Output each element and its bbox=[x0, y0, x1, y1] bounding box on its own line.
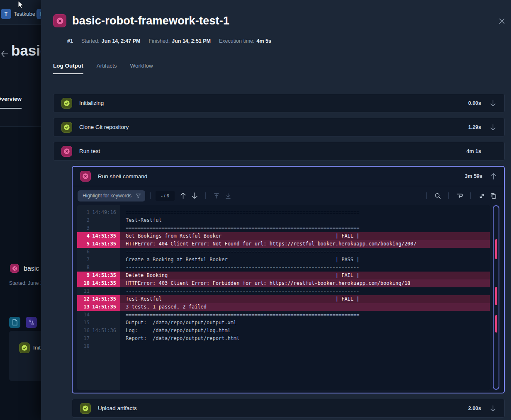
step-label: Upload artifacts bbox=[98, 405, 468, 411]
mouse-cursor-icon bbox=[17, 0, 24, 10]
tab-log-output[interactable]: Log Output bbox=[53, 63, 83, 74]
log-line-1: 114:49:16===============================… bbox=[77, 209, 490, 216]
step-duration: 1.29s bbox=[468, 124, 481, 130]
background-execution-started: Started: June 1 bbox=[9, 280, 41, 286]
background-step-label: Init bbox=[33, 345, 41, 351]
step-initializing[interactable]: Initializing 0.00s bbox=[53, 94, 505, 112]
chevron-down-icon[interactable] bbox=[489, 405, 497, 412]
execution-drawer: basic-robot-framework-test-1 #1 Started:… bbox=[41, 0, 511, 420]
search-icon[interactable] bbox=[432, 190, 443, 202]
step-duration: 0.00s bbox=[468, 100, 481, 106]
step-run-shell-command-card: Run shell command 3m 59s Highlight for k… bbox=[72, 166, 505, 393]
brand-name[interactable]: Testkube bbox=[14, 11, 35, 17]
status-passed-icon bbox=[61, 122, 72, 133]
log-line-8: 8---------------------------------------… bbox=[77, 264, 490, 272]
step-upload-artifacts[interactable]: Upload artifacts 2.00s bbox=[72, 399, 505, 418]
log-line-15: 15Output: /data/repo/output/output.xml bbox=[77, 319, 490, 327]
step-label: Clone Git repository bbox=[79, 124, 468, 130]
log-line-7: 7Create a Booking at Restful Booker | PA… bbox=[77, 256, 490, 264]
chevron-down-icon[interactable] bbox=[489, 124, 497, 131]
execution-meta: #1 Started: Jun 14, 2:47 PM Finished: Ju… bbox=[67, 38, 271, 44]
minimap-error-marker-1[interactable] bbox=[495, 239, 497, 259]
started-label: Started: bbox=[81, 38, 100, 44]
git-commit-icon[interactable] bbox=[26, 317, 37, 328]
log-line-12: 1214:51:35Test-Restful | FAIL | bbox=[77, 295, 490, 303]
log-line-11: 11--------------------------------------… bbox=[77, 287, 490, 295]
background-page: T Testkube F basic Overview Ex basic Sta… bbox=[0, 0, 41, 420]
file-icon[interactable] bbox=[9, 317, 20, 328]
back-icon[interactable] bbox=[1, 51, 8, 59]
keyword-highlight-input[interactable]: Highlight for keywords bbox=[78, 190, 145, 202]
step-duration: 3m 59s bbox=[465, 173, 482, 179]
log-line-18: 18 bbox=[77, 342, 490, 350]
background-execution-name[interactable]: basic bbox=[24, 265, 39, 272]
log-line-3: 3=======================================… bbox=[77, 224, 490, 232]
execution-title: basic-robot-framework-test-1 bbox=[72, 15, 229, 27]
minimap-error-marker-3[interactable] bbox=[495, 315, 497, 333]
log-lines: 114:49:16===============================… bbox=[77, 205, 490, 350]
log-line-4: 414:51:35Get Bookings from Restful Booke… bbox=[77, 232, 490, 240]
log-line-2: 2Test-Restful bbox=[77, 216, 490, 224]
divider bbox=[150, 192, 151, 199]
tab-artifacts[interactable]: Artifacts bbox=[97, 63, 117, 74]
log-toolbar: Highlight for keywords - / 6 bbox=[73, 186, 504, 205]
scroll-to-bottom-icon[interactable] bbox=[222, 190, 234, 202]
filter-icon bbox=[136, 193, 141, 199]
env-badge[interactable]: F bbox=[36, 9, 41, 19]
execution-number: #1 bbox=[67, 38, 73, 44]
background-content: basic Started: June 1 Init bbox=[0, 127, 41, 420]
log-scrollbar-minimap[interactable] bbox=[493, 205, 499, 390]
status-passed-icon bbox=[19, 342, 30, 353]
step-label: Run shell command bbox=[98, 173, 465, 180]
execution-time-label: Execution time: bbox=[219, 38, 254, 44]
step-duration: 4m 1s bbox=[467, 148, 481, 154]
step-run-shell-command-header[interactable]: Run shell command 3m 59s bbox=[73, 167, 504, 186]
tab-workflow[interactable]: Workflow bbox=[130, 63, 153, 74]
log-line-9: 914:51:35Delete Booking | FAIL | bbox=[77, 272, 490, 279]
divider bbox=[205, 192, 206, 199]
step-run-test[interactable]: Run test 4m 1s bbox=[53, 142, 505, 160]
started-value: Jun 14, 2:47 PM bbox=[102, 38, 141, 44]
finished-label: Finished: bbox=[148, 38, 170, 44]
status-failed-icon bbox=[61, 146, 72, 157]
copy-icon[interactable] bbox=[487, 190, 499, 202]
log-viewer[interactable]: 114:49:16===============================… bbox=[77, 205, 490, 390]
workflow-steps: Initializing 0.00s Clone Git repository … bbox=[53, 94, 505, 420]
match-counter: - / 6 bbox=[156, 191, 175, 201]
divider bbox=[470, 192, 471, 199]
log-line-14: 14======================================… bbox=[77, 311, 490, 319]
log-line-10: 1014:51:35HTTPError: 403 Client Error: F… bbox=[77, 279, 490, 287]
log-line-5: 514:51:35HTTPError: 404 Client Error: No… bbox=[77, 240, 490, 248]
scroll-to-top-icon[interactable] bbox=[211, 190, 222, 202]
step-duration: 2.00s bbox=[468, 405, 481, 411]
log-line-6: 6---------------------------------------… bbox=[77, 248, 490, 256]
log-line-16: 1614:51:36Log: /data/repo/output/log.htm… bbox=[77, 327, 490, 335]
background-steps-panel: Init bbox=[9, 331, 41, 381]
drawer-header: basic-robot-framework-test-1 bbox=[53, 14, 229, 27]
wrap-lines-icon[interactable] bbox=[454, 190, 465, 202]
execution-time-value: 4m 5s bbox=[256, 38, 271, 44]
tab-overview[interactable]: Overview bbox=[0, 96, 22, 109]
status-passed-icon bbox=[80, 403, 91, 414]
log-output-area: 114:49:16===============================… bbox=[77, 205, 499, 390]
next-match-icon[interactable] bbox=[189, 190, 200, 202]
previous-match-icon[interactable] bbox=[177, 190, 189, 202]
log-line-17: 17Report: /data/repo/output/report.html bbox=[77, 335, 490, 342]
background-page-tabs: Overview Ex bbox=[0, 96, 41, 109]
step-clone-git-repository[interactable]: Clone Git repository 1.29s bbox=[53, 118, 505, 136]
minimap-error-marker-2[interactable] bbox=[495, 287, 497, 305]
keyword-highlight-placeholder: Highlight for keywords bbox=[83, 193, 131, 199]
background-page-title: basic bbox=[11, 42, 41, 59]
status-failed-icon bbox=[80, 171, 91, 182]
log-line-13: 1314:51:353 tests, 1 passed, 2 failed bbox=[77, 303, 490, 311]
chevron-up-icon[interactable] bbox=[489, 173, 497, 180]
org-badge[interactable]: T bbox=[1, 9, 11, 19]
close-icon[interactable] bbox=[497, 17, 506, 26]
step-label: Run test bbox=[79, 148, 467, 154]
divider bbox=[426, 192, 427, 199]
app-root: T Testkube F basic Overview Ex basic Sta… bbox=[0, 0, 511, 420]
fullscreen-icon[interactable] bbox=[476, 190, 487, 202]
chevron-down-icon[interactable] bbox=[489, 100, 497, 107]
status-failed-icon bbox=[10, 264, 19, 273]
drawer-tabs: Log Output Artifacts Workflow bbox=[53, 63, 153, 74]
